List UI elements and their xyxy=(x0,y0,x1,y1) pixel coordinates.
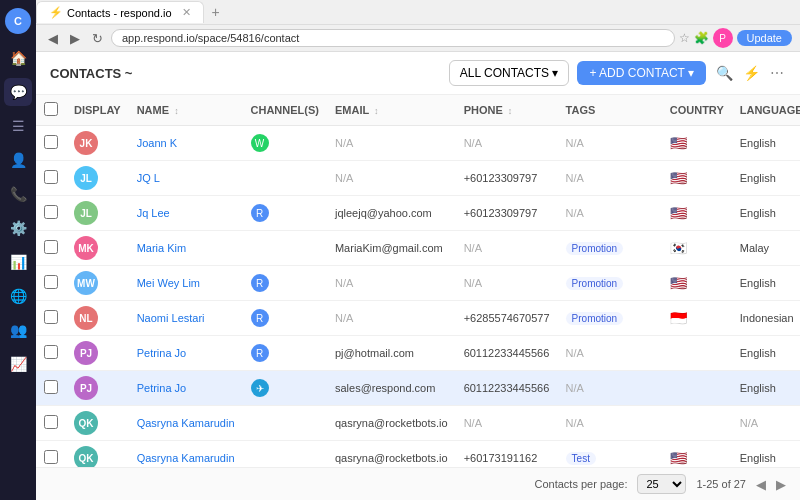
contact-name-link[interactable]: Petrina Jo xyxy=(137,347,187,359)
filter-icon-button[interactable]: ⚡ xyxy=(741,63,762,83)
contact-name-link[interactable]: Joann K xyxy=(137,137,177,149)
more-options-button[interactable]: ⋯ xyxy=(768,63,786,83)
sidebar-icon-chart[interactable]: 📊 xyxy=(4,248,32,276)
row-checkbox[interactable] xyxy=(44,275,58,289)
sidebar-icon-team[interactable]: 👥 xyxy=(4,316,32,344)
sidebar-icon-home[interactable]: 🏠 xyxy=(4,44,32,72)
sidebar-icon-settings[interactable]: ⚙️ xyxy=(4,214,32,242)
contacts-table: DISPLAY NAME ↕ CHANNEL(S) EMAIL ↕ PHONE … xyxy=(36,95,800,467)
bookmark-icon[interactable]: ☆ xyxy=(679,31,690,45)
contact-name-link[interactable]: Qasryna Kamarudin xyxy=(137,417,235,429)
row-phone-cell: 60112233445566 xyxy=(456,336,558,371)
col-phone[interactable]: PHONE ↕ xyxy=(456,95,558,126)
forward-button[interactable]: ▶ xyxy=(66,29,84,48)
avatar: JL xyxy=(74,201,98,225)
row-checkbox[interactable] xyxy=(44,240,58,254)
table-row: QK Qasryna Kamarudin qasryna@rocketbots.… xyxy=(36,441,800,468)
row-checkbox[interactable] xyxy=(44,380,58,394)
contact-name-link[interactable]: Naomi Lestari xyxy=(137,312,205,324)
row-channel-cell: R xyxy=(243,301,327,336)
prev-page-button[interactable]: ◀ xyxy=(756,477,766,492)
contact-name-link[interactable]: Petrina Jo xyxy=(137,382,187,394)
contact-name-link[interactable]: Jq Lee xyxy=(137,207,170,219)
new-tab-button[interactable]: + xyxy=(204,0,228,24)
tag-badge: Promotion xyxy=(566,277,624,290)
profile-icon[interactable]: P xyxy=(713,28,733,48)
row-channel-cell xyxy=(243,441,327,468)
row-language-cell: English xyxy=(732,441,800,468)
url-bar[interactable] xyxy=(111,29,675,47)
table-row: JL Jq Lee R jqleejq@yahoo.com +601233097… xyxy=(36,196,800,231)
col-display: DISPLAY xyxy=(66,95,129,126)
row-language-cell: Indonesian xyxy=(732,301,800,336)
sidebar-icon-list[interactable]: ☰ xyxy=(4,112,32,140)
add-contact-button[interactable]: + ADD CONTACT ▾ xyxy=(577,61,706,85)
avatar: NL xyxy=(74,306,98,330)
row-checkbox[interactable] xyxy=(44,415,58,429)
table-row: JL JQ L N/A +60123309797 N/A 🇺🇸 English … xyxy=(36,161,800,196)
row-language-cell: English xyxy=(732,161,800,196)
row-checkbox[interactable] xyxy=(44,135,58,149)
tab-close-icon[interactable]: ✕ xyxy=(182,6,191,19)
row-country-cell: 🇮🇩 xyxy=(662,301,732,336)
table-row: MW Mei Wey Lim R N/A N/A Promotion 🇺🇸 En… xyxy=(36,266,800,301)
row-checkbox-cell xyxy=(36,126,66,161)
col-language[interactable]: LANGUAGE ↕ xyxy=(732,95,800,126)
sidebar-icon-analytics[interactable]: 📈 xyxy=(4,350,32,378)
main-content: ⚡ Contacts - respond.io ✕ + ◀ ▶ ↻ ☆ 🧩 P … xyxy=(36,0,800,500)
per-page-select[interactable]: 25 50 100 xyxy=(637,474,686,494)
channel-icon-telegram: ✈ xyxy=(251,379,269,397)
row-checkbox[interactable] xyxy=(44,205,58,219)
next-page-button[interactable]: ▶ xyxy=(776,477,786,492)
row-checkbox[interactable] xyxy=(44,170,58,184)
table-row: MK Maria Kim MariaKim@gmail.com N/A Prom… xyxy=(36,231,800,266)
row-display-cell: JK xyxy=(66,126,129,161)
avatar: MK xyxy=(74,236,98,260)
browser-tab-contacts[interactable]: ⚡ Contacts - respond.io ✕ xyxy=(36,1,204,23)
row-country-cell: 🇰🇷 xyxy=(662,231,732,266)
row-tags-cell: N/A xyxy=(558,126,662,161)
row-name-cell: Joann K xyxy=(129,126,243,161)
row-checkbox-cell xyxy=(36,371,66,406)
sidebar-icon-phone[interactable]: 📞 xyxy=(4,180,32,208)
table-header-row: DISPLAY NAME ↕ CHANNEL(S) EMAIL ↕ PHONE … xyxy=(36,95,800,126)
contact-name-link[interactable]: Qasryna Kamarudin xyxy=(137,452,235,464)
sidebar-avatar[interactable]: C xyxy=(5,8,31,34)
avatar: PJ xyxy=(74,376,98,400)
sidebar-icon-network[interactable]: 🌐 xyxy=(4,282,32,310)
refresh-button[interactable]: ↻ xyxy=(88,29,107,48)
all-contacts-button[interactable]: ALL CONTACTS ▾ xyxy=(449,60,570,86)
avatar: QK xyxy=(74,446,98,467)
contact-name-link[interactable]: Mei Wey Lim xyxy=(137,277,200,289)
extensions-icon[interactable]: 🧩 xyxy=(694,31,709,45)
col-tags: TAGS xyxy=(558,95,662,126)
row-channel-cell xyxy=(243,231,327,266)
contact-name-link[interactable]: Maria Kim xyxy=(137,242,187,254)
row-language-cell: English xyxy=(732,371,800,406)
row-checkbox-cell xyxy=(36,301,66,336)
row-checkbox-cell xyxy=(36,231,66,266)
row-language-cell: Malay xyxy=(732,231,800,266)
back-button[interactable]: ◀ xyxy=(44,29,62,48)
row-email-cell: sales@respond.com xyxy=(327,371,456,406)
search-icon-button[interactable]: 🔍 xyxy=(714,63,735,83)
sidebar-icon-chat[interactable]: 💬 xyxy=(4,78,32,106)
sidebar-icon-contacts[interactable]: 👤 xyxy=(4,146,32,174)
channel-icon-respond: R xyxy=(251,309,269,327)
row-checkbox[interactable] xyxy=(44,310,58,324)
header-actions: ALL CONTACTS ▾ + ADD CONTACT ▾ 🔍 ⚡ ⋯ xyxy=(449,60,786,86)
icon-buttons: 🔍 ⚡ ⋯ xyxy=(714,63,786,83)
col-email[interactable]: EMAIL ↕ xyxy=(327,95,456,126)
row-language-cell: English xyxy=(732,266,800,301)
row-tags-cell: N/A xyxy=(558,371,662,406)
contact-name-link[interactable]: JQ L xyxy=(137,172,160,184)
row-checkbox[interactable] xyxy=(44,345,58,359)
contacts-table-wrapper: DISPLAY NAME ↕ CHANNEL(S) EMAIL ↕ PHONE … xyxy=(36,95,800,467)
row-tags-cell: Promotion xyxy=(558,231,662,266)
table-row: JK Joann K W N/A N/A N/A 🇺🇸 English Open xyxy=(36,126,800,161)
row-checkbox[interactable] xyxy=(44,450,58,464)
avatar: QK xyxy=(74,411,98,435)
col-name[interactable]: NAME ↕ xyxy=(129,95,243,126)
select-all-checkbox[interactable] xyxy=(44,102,58,116)
update-button[interactable]: Update xyxy=(737,30,792,46)
